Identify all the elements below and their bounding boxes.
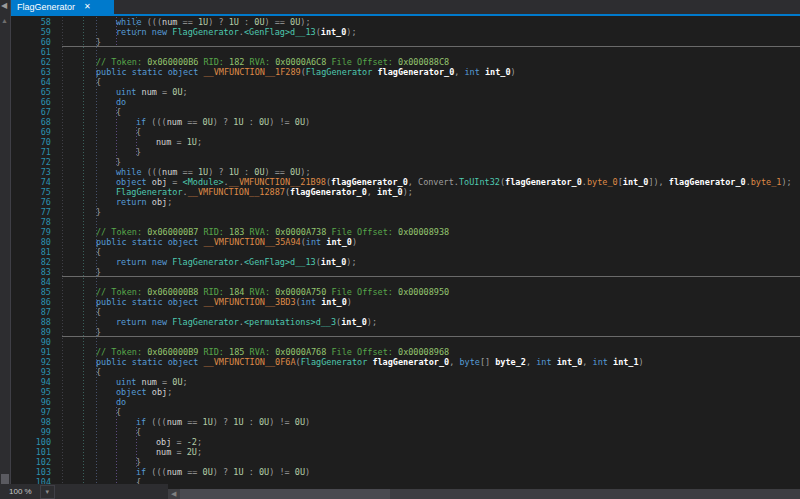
zoom-control: 100 % ▾ bbox=[0, 484, 168, 499]
zoom-level-value[interactable]: 100 % bbox=[0, 487, 32, 496]
line-number: 94 bbox=[10, 377, 51, 387]
tab-flaggenerator[interactable]: FlagGenerator ✕ bbox=[10, 0, 114, 14]
line-number: 77 bbox=[10, 207, 51, 217]
code-line-67[interactable]: 67{ bbox=[10, 107, 800, 117]
line-number: 89 bbox=[10, 327, 51, 337]
code-line-91[interactable]: 91// Token: 0x060000B9 RID: 185 RVA: 0x0… bbox=[10, 347, 800, 357]
line-number: 72 bbox=[10, 157, 51, 167]
line-number: 62 bbox=[10, 57, 51, 67]
line-number: 90 bbox=[10, 337, 51, 347]
left-panel-strip: ◀ ▲ bbox=[0, 0, 11, 499]
line-number: 96 bbox=[10, 397, 51, 407]
line-number: 104 bbox=[10, 477, 51, 484]
code-line-101[interactable]: 101num = 2U; bbox=[10, 447, 800, 457]
line-number: 102 bbox=[10, 457, 51, 467]
code-line-102[interactable]: 102} bbox=[10, 457, 800, 467]
line-number: 92 bbox=[10, 357, 51, 367]
code-line-96[interactable]: 96do bbox=[10, 397, 800, 407]
code-line-59[interactable]: 59return new FlagGenerator.<GenFlag>d__1… bbox=[10, 27, 800, 37]
code-line-70[interactable]: 70num = 1U; bbox=[10, 137, 800, 147]
tab-label: FlagGenerator bbox=[17, 2, 75, 12]
line-number: 84 bbox=[10, 277, 51, 287]
code-line-74[interactable]: 74object obj = <Module>.__VMFUNCTION__21… bbox=[10, 177, 800, 187]
code-line-82[interactable]: 82return new FlagGenerator.<GenFlag>d__1… bbox=[10, 257, 800, 267]
code-line-76[interactable]: 76return obj; bbox=[10, 197, 800, 207]
line-number: 81 bbox=[10, 247, 51, 257]
code-line-80[interactable]: 80public static object __VMFUNCTION__35A… bbox=[10, 237, 800, 247]
scroll-left-icon[interactable]: ◀ bbox=[168, 489, 176, 499]
code-editor[interactable]: 58while (((num == 1U) ? 1U : 0U) == 0U);… bbox=[10, 16, 800, 484]
code-line-65[interactable]: 65uint num = 0U; bbox=[10, 87, 800, 97]
line-number: 87 bbox=[10, 307, 51, 317]
line-number: 73 bbox=[10, 167, 51, 177]
line-number: 82 bbox=[10, 257, 51, 267]
line-number: 78 bbox=[10, 217, 51, 227]
line-number: 80 bbox=[10, 237, 51, 247]
line-number: 59 bbox=[10, 27, 51, 37]
code-line-78[interactable]: 78 bbox=[10, 217, 800, 227]
line-number: 75 bbox=[10, 187, 51, 197]
line-number: 71 bbox=[10, 147, 51, 157]
line-number: 60 bbox=[10, 37, 51, 47]
code-line-98[interactable]: 98if (((num == 1U) ? 1U : 0U) != 0U) bbox=[10, 417, 800, 427]
horizontal-scrollbar[interactable]: ◀ bbox=[168, 489, 800, 499]
code-line-93[interactable]: 93{ bbox=[10, 367, 800, 377]
code-line-103[interactable]: 103if (((num == 0U) ? 1U : 0U) != 0U) bbox=[10, 467, 800, 477]
code-line-84[interactable]: 84 bbox=[10, 277, 800, 287]
close-icon[interactable]: ✕ bbox=[84, 0, 91, 14]
code-line-89[interactable]: 89} bbox=[10, 327, 800, 337]
code-line-68[interactable]: 68if (((num == 0U) ? 1U : 0U) != 0U) bbox=[10, 117, 800, 127]
code-line-81[interactable]: 81{ bbox=[10, 247, 800, 257]
line-number: 101 bbox=[10, 447, 51, 457]
line-number: 100 bbox=[10, 437, 51, 447]
line-number: 95 bbox=[10, 387, 51, 397]
scroll-up-icon[interactable]: ▲ bbox=[1, 17, 8, 25]
line-number: 93 bbox=[10, 367, 51, 377]
code-line-104[interactable]: 104{ bbox=[10, 477, 800, 484]
code-line-69[interactable]: 69{ bbox=[10, 127, 800, 137]
code-line-94[interactable]: 94uint num = 0U; bbox=[10, 377, 800, 387]
line-number: 65 bbox=[10, 87, 51, 97]
chevron-down-icon[interactable]: ▾ bbox=[40, 485, 55, 499]
code-line-95[interactable]: 95object obj; bbox=[10, 387, 800, 397]
code-line-58[interactable]: 58while (((num == 1U) ? 1U : 0U) == 0U); bbox=[10, 17, 800, 27]
code-line-99[interactable]: 99{ bbox=[10, 427, 800, 437]
line-number: 79 bbox=[10, 227, 51, 237]
code-line-64[interactable]: 64{ bbox=[10, 77, 800, 87]
code-line-66[interactable]: 66do bbox=[10, 97, 800, 107]
code-line-87[interactable]: 87{ bbox=[10, 307, 800, 317]
code-line-77[interactable]: 77} bbox=[10, 207, 800, 217]
code-line-72[interactable]: 72} bbox=[10, 157, 800, 167]
line-number: 74 bbox=[10, 177, 51, 187]
line-number: 88 bbox=[10, 317, 51, 327]
line-number: 68 bbox=[10, 117, 51, 127]
line-number: 98 bbox=[10, 417, 51, 427]
code-line-97[interactable]: 97{ bbox=[10, 407, 800, 417]
tab-bar: FlagGenerator ✕ bbox=[10, 0, 800, 16]
chevron-left-icon[interactable]: ◀ bbox=[1, 1, 7, 11]
code-line-75[interactable]: 75FlagGenerator.__VMFUNCTION__12887(flag… bbox=[10, 187, 800, 197]
code-line-71[interactable]: 71} bbox=[10, 147, 800, 157]
code-line-90[interactable]: 90 bbox=[10, 337, 800, 347]
code-line-73[interactable]: 73while (((num == 1U) ? 1U : 0U) == 0U); bbox=[10, 167, 800, 177]
code-line-61[interactable]: 61 bbox=[10, 47, 800, 57]
line-number: 67 bbox=[10, 107, 51, 117]
code-line-92[interactable]: 92public static object __VMFUNCTION__0F6… bbox=[10, 357, 800, 367]
code-line-83[interactable]: 83} bbox=[10, 267, 800, 277]
line-number: 64 bbox=[10, 77, 51, 87]
line-number: 61 bbox=[10, 47, 51, 57]
line-number: 69 bbox=[10, 127, 51, 137]
code-line-79[interactable]: 79// Token: 0x060000B7 RID: 183 RVA: 0x0… bbox=[10, 227, 800, 237]
line-number: 66 bbox=[10, 97, 51, 107]
line-number: 97 bbox=[10, 407, 51, 417]
code-line-88[interactable]: 88return new FlagGenerator.<permutations… bbox=[10, 317, 800, 327]
code-line-63[interactable]: 63public static object __VMFUNCTION__1F2… bbox=[10, 67, 800, 77]
code-line-85[interactable]: 85// Token: 0x060000B8 RID: 184 RVA: 0x0… bbox=[10, 287, 800, 297]
code-line-62[interactable]: 62// Token: 0x060000B6 RID: 182 RVA: 0x0… bbox=[10, 57, 800, 67]
horizontal-scrollbar-thumb[interactable] bbox=[180, 489, 390, 499]
line-number: 63 bbox=[10, 67, 51, 77]
code-line-100[interactable]: 100obj = -2; bbox=[10, 437, 800, 447]
code-line-60[interactable]: 60} bbox=[10, 37, 800, 47]
line-number: 85 bbox=[10, 287, 51, 297]
code-line-86[interactable]: 86public static object __VMFUNCTION__3BD… bbox=[10, 297, 800, 307]
